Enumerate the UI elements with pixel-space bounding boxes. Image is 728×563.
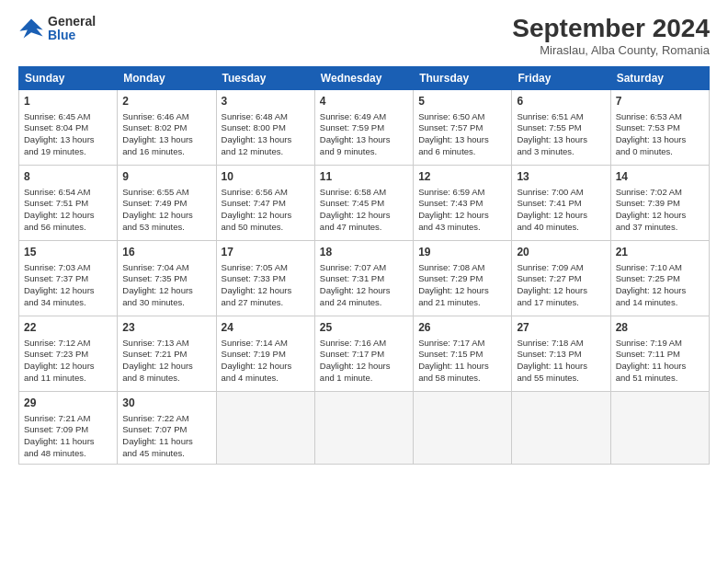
day-number: 28	[616, 320, 704, 336]
day-info: Sunrise: 6:51 AM Sunset: 7:55 PM Dayligh…	[517, 111, 605, 158]
day-info: Sunrise: 6:59 AM Sunset: 7:43 PM Dayligh…	[418, 187, 506, 234]
table-row: 2Sunrise: 6:46 AM Sunset: 8:02 PM Daylig…	[118, 89, 216, 165]
day-info: Sunrise: 6:50 AM Sunset: 7:57 PM Dayligh…	[418, 111, 506, 158]
table-row: 17Sunrise: 7:05 AM Sunset: 7:33 PM Dayli…	[216, 240, 314, 316]
table-row: 13Sunrise: 7:00 AM Sunset: 7:41 PM Dayli…	[512, 165, 610, 240]
day-info: Sunrise: 7:14 AM Sunset: 7:19 PM Dayligh…	[222, 338, 310, 385]
day-info: Sunrise: 7:17 AM Sunset: 7:15 PM Dayligh…	[418, 338, 506, 385]
day-info: Sunrise: 6:58 AM Sunset: 7:45 PM Dayligh…	[320, 187, 408, 234]
day-number: 20	[517, 245, 605, 260]
day-info: Sunrise: 7:04 AM Sunset: 7:35 PM Dayligh…	[122, 262, 210, 309]
day-number: 11	[320, 169, 408, 185]
table-row: 11Sunrise: 6:58 AM Sunset: 7:45 PM Dayli…	[314, 165, 413, 240]
day-info: Sunrise: 7:21 AM Sunset: 7:09 PM Dayligh…	[24, 413, 112, 460]
day-number: 17	[222, 245, 310, 260]
day-info: Sunrise: 7:09 AM Sunset: 7:27 PM Dayligh…	[517, 262, 605, 309]
day-number: 6	[517, 94, 605, 109]
month-title: September 2024	[512, 15, 710, 43]
day-number: 19	[418, 245, 506, 260]
day-number: 23	[122, 320, 210, 336]
day-info: Sunrise: 6:53 AM Sunset: 7:53 PM Dayligh…	[616, 111, 704, 158]
day-number: 12	[418, 169, 506, 185]
day-number: 2	[122, 94, 210, 109]
day-info: Sunrise: 6:48 AM Sunset: 8:00 PM Dayligh…	[222, 111, 310, 158]
day-number: 22	[24, 320, 112, 336]
header-saturday: Saturday	[610, 66, 709, 89]
table-row: 30Sunrise: 7:22 AM Sunset: 7:07 PM Dayli…	[118, 391, 216, 464]
title-block: September 2024 Miraslau, Alba County, Ro…	[512, 15, 710, 57]
day-number: 7	[616, 94, 704, 109]
table-row: 7Sunrise: 6:53 AM Sunset: 7:53 PM Daylig…	[610, 89, 709, 165]
day-info: Sunrise: 7:18 AM Sunset: 7:13 PM Dayligh…	[517, 338, 605, 385]
table-row: 6Sunrise: 6:51 AM Sunset: 7:55 PM Daylig…	[512, 89, 610, 165]
day-number: 10	[222, 169, 310, 185]
day-number: 14	[616, 169, 704, 185]
day-number: 26	[418, 320, 506, 336]
table-row: 8Sunrise: 6:54 AM Sunset: 7:51 PM Daylig…	[19, 165, 118, 240]
day-number: 21	[616, 245, 704, 260]
day-number: 15	[24, 245, 112, 260]
day-number: 30	[122, 396, 210, 411]
header-thursday: Thursday	[414, 66, 512, 89]
table-row	[216, 391, 314, 464]
day-info: Sunrise: 7:05 AM Sunset: 7:33 PM Dayligh…	[222, 262, 310, 309]
day-info: Sunrise: 6:45 AM Sunset: 8:04 PM Dayligh…	[24, 111, 112, 158]
day-number: 25	[320, 320, 408, 336]
day-number: 29	[24, 396, 112, 411]
day-info: Sunrise: 7:02 AM Sunset: 7:39 PM Dayligh…	[616, 187, 704, 234]
day-info: Sunrise: 7:07 AM Sunset: 7:31 PM Dayligh…	[320, 262, 408, 309]
logo-text: General Blue	[48, 15, 96, 43]
table-row: 23Sunrise: 7:13 AM Sunset: 7:21 PM Dayli…	[118, 316, 216, 391]
day-info: Sunrise: 6:46 AM Sunset: 8:02 PM Dayligh…	[122, 111, 210, 158]
day-info: Sunrise: 6:56 AM Sunset: 7:47 PM Dayligh…	[222, 187, 310, 234]
table-row: 28Sunrise: 7:19 AM Sunset: 7:11 PM Dayli…	[610, 316, 709, 391]
day-info: Sunrise: 7:03 AM Sunset: 7:37 PM Dayligh…	[24, 262, 112, 309]
day-info: Sunrise: 7:12 AM Sunset: 7:23 PM Dayligh…	[24, 338, 112, 385]
day-number: 5	[418, 94, 506, 109]
day-info: Sunrise: 7:10 AM Sunset: 7:25 PM Dayligh…	[616, 262, 704, 309]
header-wednesday: Wednesday	[314, 66, 413, 89]
table-row: 21Sunrise: 7:10 AM Sunset: 7:25 PM Dayli…	[610, 240, 709, 316]
table-row: 1Sunrise: 6:45 AM Sunset: 8:04 PM Daylig…	[19, 89, 118, 165]
table-row: 29Sunrise: 7:21 AM Sunset: 7:09 PM Dayli…	[19, 391, 118, 464]
table-row: 15Sunrise: 7:03 AM Sunset: 7:37 PM Dayli…	[19, 240, 118, 316]
table-row: 14Sunrise: 7:02 AM Sunset: 7:39 PM Dayli…	[610, 165, 709, 240]
table-row	[314, 391, 413, 464]
table-row: 25Sunrise: 7:16 AM Sunset: 7:17 PM Dayli…	[314, 316, 413, 391]
day-info: Sunrise: 6:49 AM Sunset: 7:59 PM Dayligh…	[320, 111, 408, 158]
day-number: 3	[222, 94, 310, 109]
day-info: Sunrise: 7:19 AM Sunset: 7:11 PM Dayligh…	[616, 338, 704, 385]
table-row: 3Sunrise: 6:48 AM Sunset: 8:00 PM Daylig…	[216, 89, 314, 165]
day-number: 1	[24, 94, 112, 109]
table-row: 4Sunrise: 6:49 AM Sunset: 7:59 PM Daylig…	[314, 89, 413, 165]
table-row: 18Sunrise: 7:07 AM Sunset: 7:31 PM Dayli…	[314, 240, 413, 316]
header-monday: Monday	[118, 66, 216, 89]
header-tuesday: Tuesday	[216, 66, 314, 89]
calendar-table: Sunday Monday Tuesday Wednesday Thursday…	[18, 66, 710, 465]
day-info: Sunrise: 7:00 AM Sunset: 7:41 PM Dayligh…	[517, 187, 605, 234]
day-info: Sunrise: 7:22 AM Sunset: 7:07 PM Dayligh…	[122, 413, 210, 460]
table-row	[414, 391, 512, 464]
table-row: 9Sunrise: 6:55 AM Sunset: 7:49 PM Daylig…	[118, 165, 216, 240]
day-info: Sunrise: 7:13 AM Sunset: 7:21 PM Dayligh…	[122, 338, 210, 385]
day-number: 24	[222, 320, 310, 336]
table-row: 20Sunrise: 7:09 AM Sunset: 7:27 PM Dayli…	[512, 240, 610, 316]
table-row: 24Sunrise: 7:14 AM Sunset: 7:19 PM Dayli…	[216, 316, 314, 391]
table-row: 16Sunrise: 7:04 AM Sunset: 7:35 PM Dayli…	[118, 240, 216, 316]
day-info: Sunrise: 6:54 AM Sunset: 7:51 PM Dayligh…	[24, 187, 112, 234]
day-info: Sunrise: 6:55 AM Sunset: 7:49 PM Dayligh…	[122, 187, 210, 234]
weekday-header-row: Sunday Monday Tuesday Wednesday Thursday…	[19, 66, 710, 89]
table-row: 26Sunrise: 7:17 AM Sunset: 7:15 PM Dayli…	[414, 316, 512, 391]
header-sunday: Sunday	[19, 66, 118, 89]
svg-marker-0	[19, 19, 42, 39]
logo: General Blue	[18, 15, 96, 43]
day-number: 27	[517, 320, 605, 336]
day-number: 8	[24, 169, 112, 185]
day-number: 9	[122, 169, 210, 185]
day-number: 13	[517, 169, 605, 185]
day-info: Sunrise: 7:16 AM Sunset: 7:17 PM Dayligh…	[320, 338, 408, 385]
day-number: 18	[320, 245, 408, 260]
table-row: 10Sunrise: 6:56 AM Sunset: 7:47 PM Dayli…	[216, 165, 314, 240]
location: Miraslau, Alba County, Romania	[512, 43, 710, 57]
table-row	[512, 391, 610, 464]
